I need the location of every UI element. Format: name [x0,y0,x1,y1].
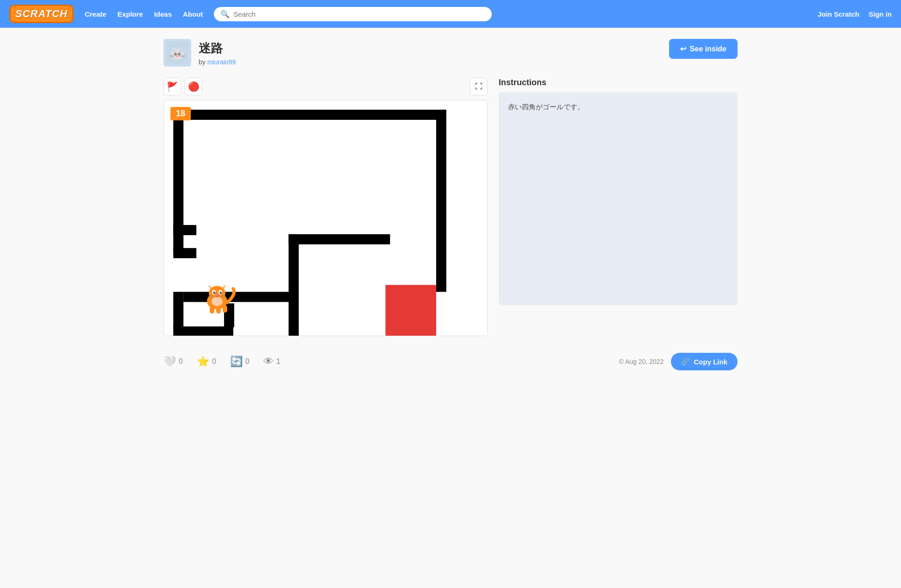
heart-icon[interactable]: 🤍 [163,356,176,368]
project-date: © Aug 20, 2022 [619,358,664,365]
maze-container: 18 [164,100,487,336]
sidebar: Instructions 赤い四角がゴールです。 [499,78,738,336]
svg-rect-19 [173,248,196,258]
svg-point-35 [213,292,215,294]
views-stat: 👁 1 [263,356,281,368]
project-meta: 迷路 by miuraio99 [163,39,236,67]
see-inside-button[interactable]: ↩ See inside [669,39,738,59]
author-link[interactable]: miuraio99 [207,58,236,66]
svg-rect-45 [210,306,214,313]
game-svg [164,100,487,336]
nav-right: Join Scratch Sign in [818,10,892,18]
svg-point-36 [219,292,222,294]
svg-rect-25 [183,292,294,302]
nav-ideas[interactable]: Ideas [154,10,172,18]
svg-rect-23 [173,326,233,336]
fullscreen-button[interactable]: ⛶ [470,78,488,95]
project-header: 迷路 by miuraio99 ↩ See inside [163,39,738,67]
search-bar: 🔍 [214,7,492,21]
remix-icon: 🔄 [230,356,243,368]
search-input[interactable] [233,10,485,18]
svg-point-7 [178,53,181,56]
see-inside-label: See inside [690,45,726,53]
project-canvas[interactable]: 18 [163,100,488,336]
svg-point-6 [174,53,177,56]
svg-rect-16 [173,110,183,230]
player-section: 🚩 🔴 ⛶ 18 [163,78,488,336]
svg-point-39 [216,294,219,296]
player-controls: 🚩 🔴 ⛶ [163,78,488,95]
avatar[interactable] [163,39,191,67]
svg-point-38 [221,292,222,293]
svg-point-5 [179,48,182,53]
star-icon[interactable]: ⭐ [197,356,209,368]
views-count: 1 [276,357,281,366]
copy-link-label: Copy Link [694,358,727,366]
project-author: by miuraio99 [199,58,236,66]
svg-rect-15 [436,110,446,292]
remixes-count: 0 [245,357,250,366]
join-scratch-button[interactable]: Join Scratch [818,10,859,18]
scratch-logo[interactable]: SCRATCH [9,5,74,23]
stats-right: © Aug 20, 2022 🔗 Copy Link [619,353,738,370]
favorites-count: 0 [212,357,216,366]
loves-stat: 🤍 0 [163,356,183,368]
svg-point-44 [212,297,223,306]
svg-rect-46 [216,307,221,313]
svg-rect-22 [173,292,183,329]
svg-rect-26 [385,285,436,336]
svg-point-37 [214,292,215,293]
svg-point-4 [173,48,175,53]
main-content: 🚩 🔴 ⛶ 18 [163,78,738,336]
instructions-box: 赤い四角がゴールです。 [499,92,738,305]
green-flag-button[interactable]: 🚩 [163,78,181,95]
navbar: SCRATCH Create Explore Ideas About 🔍 Joi… [0,0,901,28]
see-inside-icon: ↩ [680,44,686,53]
search-icon: 🔍 [220,10,230,19]
nav-explore[interactable]: Explore [118,10,143,18]
instructions-label: Instructions [499,78,738,88]
stats-bar: 🤍 0 ⭐ 0 🔄 0 👁 1 © Aug 20, 2022 🔗 Copy Li… [163,345,738,378]
instructions-text: 赤い四角がゴールです。 [508,103,584,111]
copy-link-button[interactable]: 🔗 Copy Link [671,353,738,370]
link-icon: 🔗 [681,357,690,366]
stop-button[interactable]: 🔴 [185,78,202,95]
controls-left: 🚩 🔴 [163,78,202,95]
eye-icon: 👁 [263,356,274,368]
remixes-stat: 🔄 0 [230,356,250,368]
project-title-area: 迷路 by miuraio99 [199,40,236,66]
loves-count: 0 [179,357,183,366]
svg-rect-20 [288,234,299,336]
nav-about[interactable]: About [183,10,203,18]
project-title: 迷路 [199,40,236,56]
score-badge: 18 [170,107,191,120]
svg-point-8 [176,55,179,57]
svg-rect-21 [288,234,390,244]
page-content: 迷路 by miuraio99 ↩ See inside 🚩 🔴 ⛶ [150,28,751,389]
nav-create[interactable]: Create [85,10,106,18]
svg-rect-14 [173,110,445,120]
favorites-stat: ⭐ 0 [197,356,216,368]
svg-rect-47 [223,305,227,313]
sign-in-button[interactable]: Sign in [869,10,892,18]
